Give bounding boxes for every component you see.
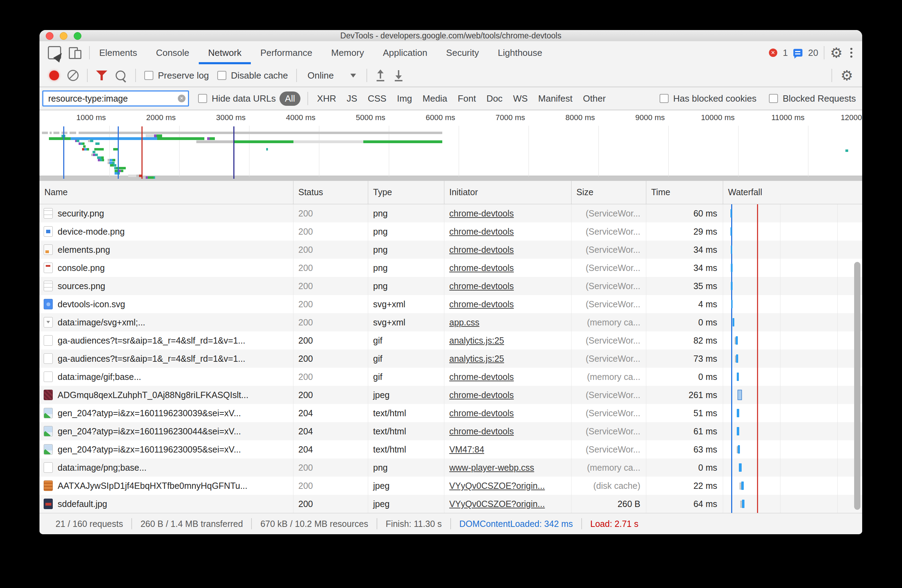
- tab-memory[interactable]: Memory: [322, 41, 373, 64]
- overview-bar: [96, 142, 100, 145]
- table-row[interactable]: sources.png200pngchrome-devtools(Service…: [39, 277, 862, 295]
- more-options-icon[interactable]: [848, 48, 855, 58]
- disable-cache-option: Disable cache: [217, 70, 288, 81]
- initiator-link[interactable]: analytics.js:25: [449, 354, 504, 363]
- table-row[interactable]: devtools-icon.svg200svg+xmlchrome-devtoo…: [39, 295, 862, 313]
- size-value: (ServiceWor...: [572, 204, 646, 222]
- size-value: (ServiceWor...: [572, 222, 646, 241]
- filter-pill-ws[interactable]: WS: [513, 93, 528, 104]
- type-value: jpeg: [368, 477, 444, 495]
- settings-gear-icon[interactable]: ⚙: [830, 46, 842, 60]
- initiator-link[interactable]: www-player-webp.css: [449, 463, 534, 472]
- initiator-link[interactable]: chrome-devtools: [449, 245, 514, 255]
- column-header-time[interactable]: Time: [646, 181, 723, 204]
- filter-pill-xhr[interactable]: XHR: [317, 93, 336, 104]
- filter-pill-css[interactable]: CSS: [368, 93, 386, 104]
- clear-button[interactable]: [67, 70, 78, 81]
- filter-pill-manifest[interactable]: Manifest: [538, 93, 573, 104]
- table-row[interactable]: gen_204?atyp=i&zx=1601196230044&sei=xV..…: [39, 422, 862, 440]
- table-row[interactable]: data:image/gif;base...200gifchrome-devto…: [39, 368, 862, 386]
- network-settings-gear-icon[interactable]: ⚙: [841, 69, 853, 83]
- search-icon[interactable]: [116, 70, 125, 80]
- table-row[interactable]: ga-audiences?t=sr&aip=1&_r=4&slf_rd=1&v=…: [39, 350, 862, 368]
- message-bubble-icon[interactable]: [793, 49, 802, 56]
- table-row[interactable]: ADGmqu8qexLZuhphT_0Aj88Ng8riLFKASQIslt..…: [39, 386, 862, 404]
- table-row[interactable]: data:image/svg+xml;...200svg+xmlapp.css(…: [39, 313, 862, 332]
- throttling-select[interactable]: Online: [305, 70, 358, 81]
- filter-pill-img[interactable]: Img: [397, 93, 412, 104]
- table-row[interactable]: gen_204?atyp=i&zx=1601196230095&sei=xV..…: [39, 440, 862, 458]
- overview-bar: [207, 137, 210, 140]
- initiator-link[interactable]: VYyQv0CSZOE?origin...: [449, 481, 545, 491]
- column-header-name[interactable]: Name: [39, 181, 293, 204]
- device-toolbar-icon[interactable]: [69, 47, 82, 59]
- filter-pill-font[interactable]: Font: [458, 93, 476, 104]
- divider: [87, 69, 88, 82]
- column-header-initiator[interactable]: Initiator: [444, 181, 572, 204]
- table-header: NameStatusTypeInitiatorSizeTimeWaterfall: [39, 181, 862, 204]
- tab-lighthouse[interactable]: Lighthouse: [489, 41, 551, 64]
- import-har-icon[interactable]: [376, 69, 385, 81]
- initiator-link[interactable]: VYyQv0CSZOE?origin...: [449, 499, 545, 509]
- table-row[interactable]: data:image/png;base...200pngwww-player-w…: [39, 458, 862, 477]
- tab-performance[interactable]: Performance: [251, 41, 322, 64]
- waterfall-bar: [737, 372, 739, 381]
- blocked-requests-checkbox[interactable]: [769, 94, 778, 103]
- table-row[interactable]: ga-audiences?t=sr&aip=1&_r=4&slf_rd=1&v=…: [39, 332, 862, 350]
- initiator-link[interactable]: chrome-devtools: [449, 390, 514, 400]
- column-header-size[interactable]: Size: [572, 181, 646, 204]
- column-header-status[interactable]: Status: [293, 181, 368, 204]
- table-row[interactable]: sddefault.jpg200jpegVYyQv0CSZOE?origin..…: [39, 495, 862, 513]
- column-header-waterfall[interactable]: Waterfall: [723, 181, 862, 204]
- table-row[interactable]: gen_204?atyp=i&zx=1601196230039&sei=xV..…: [39, 404, 862, 422]
- type-value: svg+xml: [368, 313, 444, 332]
- column-header-type[interactable]: Type: [368, 181, 444, 204]
- export-har-icon[interactable]: [394, 69, 404, 81]
- status-value: 200: [293, 277, 368, 295]
- initiator-link[interactable]: chrome-devtools: [449, 426, 514, 436]
- initiator-link[interactable]: VM47:84: [449, 444, 484, 454]
- filter-pill-doc[interactable]: Doc: [486, 93, 502, 104]
- tab-application[interactable]: Application: [373, 41, 437, 64]
- preserve-log-checkbox[interactable]: [144, 71, 153, 80]
- hide-data-urls-checkbox[interactable]: [198, 94, 207, 103]
- filter-icon[interactable]: [96, 70, 107, 80]
- table-row[interactable]: device-mode.png200pngchrome-devtools(Ser…: [39, 222, 862, 241]
- initiator-link[interactable]: chrome-devtools: [449, 372, 514, 382]
- tab-console[interactable]: Console: [146, 41, 199, 64]
- record-button[interactable]: [49, 70, 59, 80]
- filter-pill-other[interactable]: Other: [583, 93, 606, 104]
- overview-bar: [90, 140, 93, 142]
- has-blocked-cookies-checkbox[interactable]: [659, 94, 669, 103]
- initiator-link[interactable]: chrome-devtools: [449, 227, 514, 236]
- overview-bar: [113, 159, 115, 161]
- clear-filter-icon[interactable]: ✕: [178, 95, 185, 102]
- filter-input[interactable]: [42, 91, 189, 106]
- toolbar-right: ⚙: [832, 69, 862, 83]
- vertical-scrollbar[interactable]: [854, 262, 860, 510]
- timeline-overview[interactable]: 1000 ms2000 ms3000 ms4000 ms5000 ms6000 …: [39, 110, 862, 181]
- table-row[interactable]: AATXAJywSIpD1jf4EbqHXTfbe0mnyHqGFNTu...2…: [39, 477, 862, 495]
- status-value: 200: [293, 495, 368, 513]
- tab-security[interactable]: Security: [437, 41, 489, 64]
- initiator-link[interactable]: analytics.js:25: [449, 336, 504, 345]
- tab-network[interactable]: Network: [199, 41, 251, 64]
- initiator-link[interactable]: chrome-devtools: [449, 208, 514, 218]
- initiator-link[interactable]: chrome-devtools: [449, 263, 514, 273]
- filter-pill-all[interactable]: All: [279, 91, 301, 106]
- table-row[interactable]: security.png200pngchrome-devtools(Servic…: [39, 204, 862, 222]
- disable-cache-checkbox[interactable]: [217, 71, 226, 80]
- overview-bottom-band: [39, 176, 862, 181]
- initiator-link[interactable]: chrome-devtools: [449, 299, 514, 309]
- filter-pill-js[interactable]: JS: [346, 93, 357, 104]
- inspect-element-icon[interactable]: [48, 46, 61, 59]
- table-row[interactable]: console.png200pngchrome-devtools(Service…: [39, 259, 862, 277]
- table-row[interactable]: elements.png200pngchrome-devtools(Servic…: [39, 241, 862, 259]
- initiator-link[interactable]: chrome-devtools: [449, 281, 514, 291]
- filter-pill-media[interactable]: Media: [423, 93, 448, 104]
- error-badge-icon[interactable]: ✕: [769, 48, 777, 57]
- overview-bar: [266, 148, 268, 150]
- tab-elements[interactable]: Elements: [90, 41, 146, 64]
- initiator-link[interactable]: app.css: [449, 317, 479, 327]
- initiator-link[interactable]: chrome-devtools: [449, 408, 514, 418]
